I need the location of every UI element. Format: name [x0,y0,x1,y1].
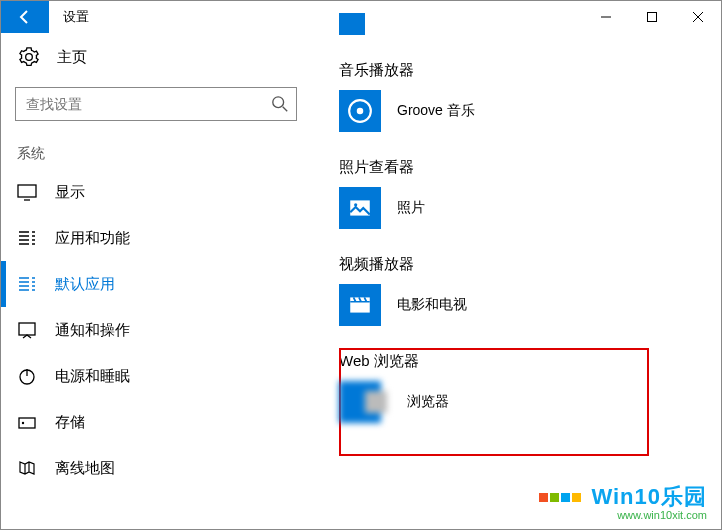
content-area: 音乐播放器 Groove 音乐 照片查看器 照片 视频播放器 电影和电视 [311,33,721,529]
notifications-icon [17,320,37,340]
svg-point-6 [22,422,24,424]
minimize-icon [601,12,611,22]
watermark-url: www.win10xit.com [538,509,707,521]
svg-point-8 [357,108,364,115]
search-icon [271,95,289,113]
default-app-music[interactable]: Groove 音乐 [339,90,711,132]
sidebar-item-label: 离线地图 [55,459,115,478]
photos-icon [347,195,373,221]
watermark: Win10乐园 www.win10xit.com [538,485,707,521]
sidebar-item-label: 默认应用 [55,275,115,294]
settings-window: 设置 主页 系统 显示 [0,0,722,530]
sidebar: 主页 系统 显示 应用和功能 默认应用 通知和操作 [1,33,311,529]
app-name: 电影和电视 [397,296,467,314]
photos-tile [339,187,381,229]
sidebar-item-notifications[interactable]: 通知和操作 [1,307,311,353]
svg-point-1 [273,97,284,108]
minimize-button[interactable] [583,1,629,33]
svg-rect-5 [19,418,35,428]
movies-tv-icon [347,292,373,318]
svg-rect-2 [18,185,36,197]
sidebar-item-label: 通知和操作 [55,321,130,340]
sidebar-item-display[interactable]: 显示 [1,169,311,215]
sidebar-item-label: 电源和睡眠 [55,367,130,386]
storage-icon [17,412,37,432]
sidebar-home-label: 主页 [57,48,87,67]
section-photos-title: 照片查看器 [339,158,711,177]
window-title: 设置 [49,1,103,33]
svg-point-10 [354,203,357,206]
sidebar-item-label: 存储 [55,413,85,432]
watermark-text: Win10乐园 [591,484,707,509]
sidebar-item-apps[interactable]: 应用和功能 [1,215,311,261]
search-wrap [15,87,297,121]
apps-icon [17,228,37,248]
default-app-photos[interactable]: 照片 [339,187,711,229]
power-icon [17,366,37,386]
maximize-icon [647,12,657,22]
arrow-left-icon [17,9,33,25]
sidebar-item-offline-maps[interactable]: 离线地图 [1,445,311,491]
groove-music-icon [347,98,373,124]
map-icon [17,458,37,478]
app-name: Groove 音乐 [397,102,475,120]
sidebar-item-default-apps[interactable]: 默认应用 [1,261,311,307]
default-app-video[interactable]: 电影和电视 [339,284,711,326]
svg-rect-0 [648,13,657,22]
groove-music-tile [339,90,381,132]
section-video-title: 视频播放器 [339,255,711,274]
windows-logo-icon [538,492,582,507]
gear-icon [19,47,39,67]
search-input[interactable] [15,87,297,121]
sidebar-item-label: 应用和功能 [55,229,130,248]
close-button[interactable] [675,1,721,33]
maximize-button[interactable] [629,1,675,33]
movies-tv-tile [339,284,381,326]
sidebar-item-storage[interactable]: 存储 [1,399,311,445]
sidebar-item-label: 显示 [55,183,85,202]
svg-rect-3 [19,323,35,335]
display-icon [17,182,37,202]
sidebar-item-power[interactable]: 电源和睡眠 [1,353,311,399]
default-apps-icon [17,274,37,294]
app-tile-cropped[interactable] [339,13,365,35]
close-icon [693,12,703,22]
sidebar-home[interactable]: 主页 [1,33,311,81]
section-music-title: 音乐播放器 [339,61,711,80]
back-button[interactable] [1,1,49,33]
sidebar-category-header: 系统 [1,121,311,169]
app-name: 照片 [397,199,425,217]
browser-tile-blurred [339,381,381,423]
